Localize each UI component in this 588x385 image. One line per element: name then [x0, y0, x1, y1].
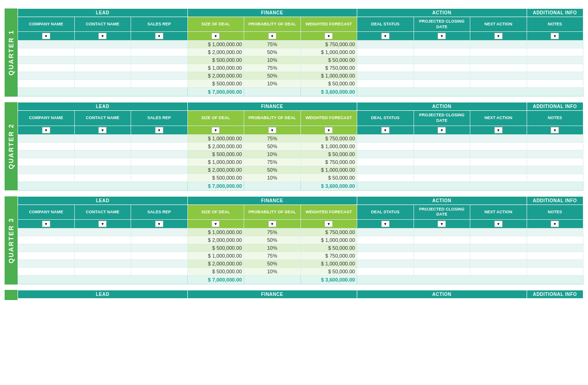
table-cell[interactable]	[74, 252, 131, 260]
table-cell[interactable]	[131, 158, 188, 166]
table-cell[interactable]: $ 1,000,000.00	[300, 260, 357, 268]
table-cell[interactable]: $ 2,000,000.00	[187, 48, 244, 56]
table-cell[interactable]	[470, 158, 527, 166]
table-cell[interactable]	[414, 41, 470, 48]
table-cell[interactable]: 10%	[244, 174, 301, 181]
table-cell[interactable]	[414, 64, 470, 72]
table-cell[interactable]: $ 750,000.00	[300, 41, 357, 48]
filter-button-projected-closing-date[interactable]: ▼	[438, 127, 446, 133]
table-cell[interactable]	[527, 174, 583, 181]
table-cell[interactable]	[470, 56, 527, 64]
table-cell[interactable]	[18, 174, 75, 181]
table-cell[interactable]	[414, 229, 470, 236]
table-cell[interactable]	[18, 268, 75, 276]
table-cell[interactable]	[357, 260, 414, 268]
table-cell[interactable]: $ 1,000,000.00	[187, 229, 244, 236]
table-cell[interactable]	[357, 252, 414, 260]
table-cell[interactable]	[357, 229, 414, 236]
table-cell[interactable]	[414, 166, 470, 174]
table-cell[interactable]	[74, 72, 131, 80]
table-cell[interactable]	[131, 236, 188, 244]
table-cell[interactable]: 75%	[244, 134, 301, 142]
table-cell[interactable]	[357, 158, 414, 166]
table-cell[interactable]: $ 500,000.00	[187, 80, 244, 88]
table-cell[interactable]	[74, 158, 131, 166]
table-cell[interactable]	[74, 64, 131, 72]
table-cell[interactable]: 75%	[244, 252, 301, 260]
table-cell[interactable]: $ 1,000,000.00	[187, 41, 244, 48]
table-cell[interactable]	[18, 56, 75, 64]
table-cell[interactable]	[131, 134, 188, 142]
table-cell[interactable]	[74, 56, 131, 64]
table-cell[interactable]: $ 2,000,000.00	[187, 260, 244, 268]
table-cell[interactable]	[74, 229, 131, 236]
table-cell[interactable]	[18, 236, 75, 244]
table-cell[interactable]: 75%	[244, 229, 301, 236]
filter-button-projected-closing-date[interactable]: ▼	[438, 221, 446, 227]
table-cell[interactable]	[414, 48, 470, 56]
table-cell[interactable]: $ 1,000,000.00	[300, 142, 357, 150]
table-cell[interactable]: $ 750,000.00	[300, 134, 357, 142]
table-cell[interactable]	[414, 236, 470, 244]
table-cell[interactable]	[357, 174, 414, 181]
filter-button-size-of-deal[interactable]: ▼	[211, 33, 220, 39]
table-cell[interactable]: 50%	[244, 142, 301, 150]
table-cell[interactable]	[414, 260, 470, 268]
table-cell[interactable]	[357, 244, 414, 252]
table-cell[interactable]: 75%	[244, 41, 301, 48]
table-cell[interactable]	[527, 260, 583, 268]
table-cell[interactable]: 10%	[244, 268, 301, 276]
table-cell[interactable]	[357, 134, 414, 142]
table-cell[interactable]	[527, 166, 583, 174]
table-cell[interactable]: 10%	[244, 56, 301, 64]
table-cell[interactable]	[414, 80, 470, 88]
table-cell[interactable]: $ 500,000.00	[187, 244, 244, 252]
filter-button-notes[interactable]: ▼	[551, 221, 559, 227]
table-cell[interactable]: $ 2,000,000.00	[187, 236, 244, 244]
filter-button-sales-rep[interactable]: ▼	[155, 127, 163, 133]
table-cell[interactable]	[527, 72, 583, 80]
filter-button-size-of-deal[interactable]: ▼	[211, 221, 220, 227]
table-cell[interactable]	[131, 166, 188, 174]
table-cell[interactable]: 10%	[244, 150, 301, 158]
table-cell[interactable]	[527, 158, 583, 166]
table-cell[interactable]	[357, 48, 414, 56]
table-cell[interactable]	[131, 260, 188, 268]
table-cell[interactable]	[470, 260, 527, 268]
table-cell[interactable]	[357, 142, 414, 150]
filter-button-deal-status[interactable]: ▼	[381, 221, 390, 227]
table-cell[interactable]	[357, 64, 414, 72]
table-cell[interactable]	[527, 64, 583, 72]
table-cell[interactable]	[131, 56, 188, 64]
table-cell[interactable]	[131, 80, 188, 88]
filter-button-company-name[interactable]: ▼	[42, 33, 50, 39]
filter-row[interactable]: ▼▼▼▼▼▼▼▼▼▼	[18, 220, 583, 229]
table-cell[interactable]	[414, 150, 470, 158]
table-cell[interactable]: $ 1,000,000.00	[187, 134, 244, 142]
table-cell[interactable]	[357, 150, 414, 158]
table-cell[interactable]	[74, 150, 131, 158]
table-cell[interactable]	[527, 48, 583, 56]
filter-button-next-action[interactable]: ▼	[494, 127, 503, 133]
table-cell[interactable]: $ 1,000,000.00	[300, 72, 357, 80]
table-cell[interactable]: $ 750,000.00	[300, 252, 357, 260]
table-cell[interactable]	[527, 236, 583, 244]
table-cell[interactable]	[74, 244, 131, 252]
table-cell[interactable]	[470, 174, 527, 181]
table-cell[interactable]: $ 500,000.00	[187, 56, 244, 64]
table-cell[interactable]	[470, 244, 527, 252]
table-cell[interactable]: 50%	[244, 72, 301, 80]
table-cell[interactable]	[18, 48, 75, 56]
table-cell[interactable]: $ 500,000.00	[187, 150, 244, 158]
table-cell[interactable]	[470, 48, 527, 56]
table-cell[interactable]	[18, 229, 75, 236]
table-cell[interactable]	[18, 80, 75, 88]
table-cell[interactable]	[131, 41, 188, 48]
table-cell[interactable]	[470, 268, 527, 276]
filter-button-probability-of-deal[interactable]: ▼	[268, 221, 276, 227]
table-cell[interactable]: $ 2,000,000.00	[187, 166, 244, 174]
filter-button-size-of-deal[interactable]: ▼	[211, 127, 220, 133]
table-cell[interactable]: $ 750,000.00	[300, 64, 357, 72]
table-cell[interactable]	[18, 252, 75, 260]
table-cell[interactable]: 50%	[244, 48, 301, 56]
